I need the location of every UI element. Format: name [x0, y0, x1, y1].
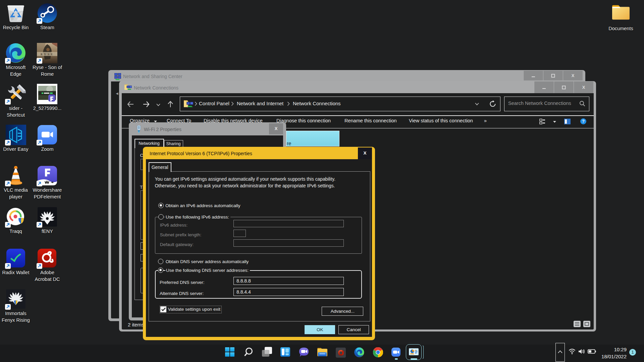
svg-text:RYSE: RYSE	[41, 53, 54, 56]
